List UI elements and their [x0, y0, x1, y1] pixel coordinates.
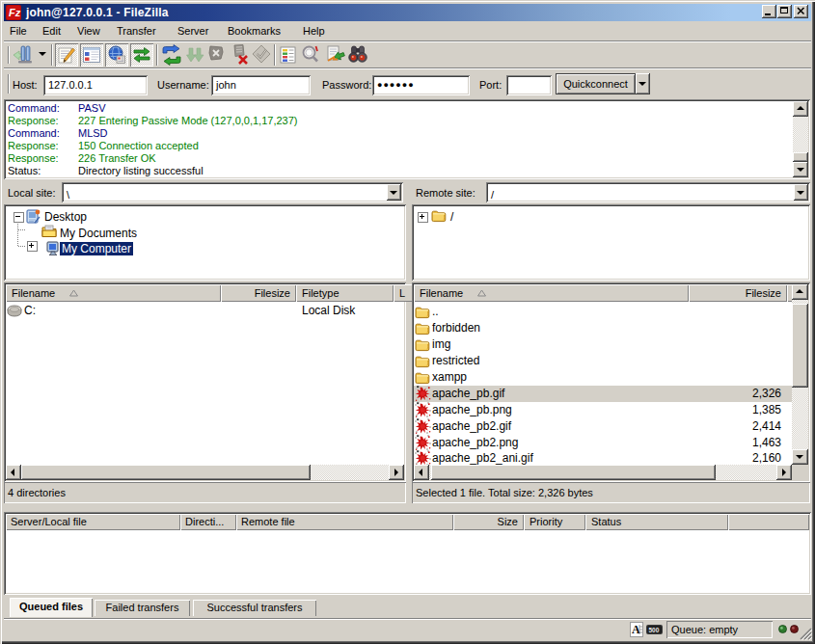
- svg-text:Fz: Fz: [9, 7, 21, 18]
- svg-text:500: 500: [649, 627, 660, 633]
